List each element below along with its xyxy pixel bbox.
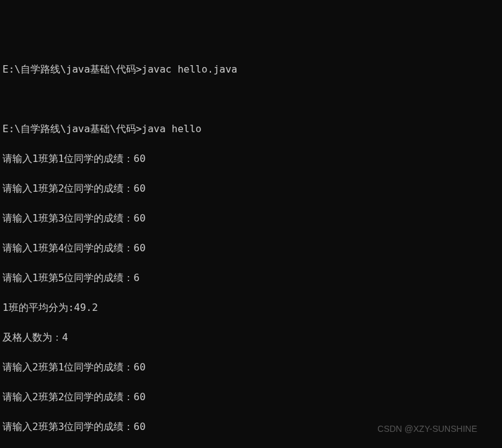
class1-input-1: 请输入1班第1位同学的成绩：60 bbox=[2, 151, 500, 166]
command-line-1: E:\自学路线\java基础\代码>javac hello.java bbox=[2, 62, 500, 77]
class1-input-4: 请输入1班第4位同学的成绩：60 bbox=[2, 241, 500, 256]
class2-input-2: 请输入2班第2位同学的成绩：60 bbox=[2, 390, 500, 405]
class1-input-3: 请输入1班第3位同学的成绩：60 bbox=[2, 211, 500, 226]
class1-input-2: 请输入1班第2位同学的成绩：60 bbox=[2, 181, 500, 196]
class1-input-5: 请输入1班第5位同学的成绩：6 bbox=[2, 271, 500, 285]
command-line-2: E:\自学路线\java基础\代码>java hello bbox=[2, 122, 500, 137]
class2-input-1: 请输入2班第1位同学的成绩：60 bbox=[2, 360, 500, 375]
class1-pass: 及格人数为：4 bbox=[2, 330, 500, 345]
watermark: CSDN @XZY-SUNSHINE bbox=[377, 423, 477, 436]
blank-line bbox=[2, 92, 500, 107]
class1-avg: 1班的平均分为:49.2 bbox=[2, 300, 500, 315]
